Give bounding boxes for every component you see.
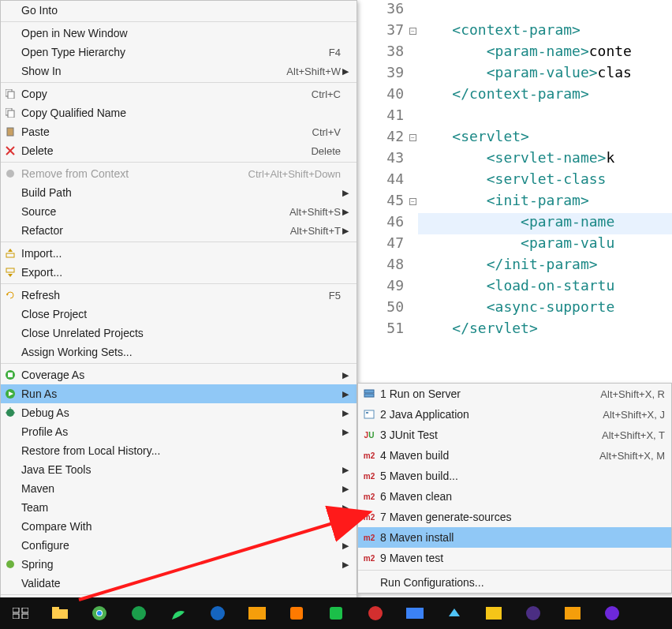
editor-line-36[interactable]: 36 xyxy=(363,0,672,21)
code-content[interactable]: <param-name>conte xyxy=(418,43,672,64)
menu-item-open-type-hierarchy[interactable]: Open Type HierarchyF4 xyxy=(1,43,357,62)
app-icon-1[interactable] xyxy=(123,601,155,626)
editor-line-46[interactable]: 46 <param-name xyxy=(363,213,672,234)
code-content[interactable] xyxy=(418,0,672,21)
menu-item-restore-from-local-history[interactable]: Restore from Local History... xyxy=(1,441,357,460)
menu-item-run-as[interactable]: Run As▶ xyxy=(1,384,357,403)
submenu-item-6-maven-clean[interactable]: m26 Maven clean xyxy=(358,486,671,507)
svg-point-21 xyxy=(6,560,14,568)
editor-line-41[interactable]: 41 xyxy=(363,107,672,128)
menu-item-java-ee-tools[interactable]: Java EE Tools▶ xyxy=(1,460,357,479)
menu-item-spring[interactable]: Spring▶ xyxy=(1,555,357,574)
app-icon-9[interactable] xyxy=(439,601,470,626)
menu-item-debug-as[interactable]: Debug As▶ xyxy=(1,403,357,422)
code-content[interactable]: </init-param> xyxy=(418,256,672,277)
submenu-item-7-maven-generate-sources[interactable]: m27 Maven generate-sources xyxy=(358,507,671,527)
menu-item-copy[interactable]: CopyCtrl+C xyxy=(1,84,357,103)
menu-item-coverage-as[interactable]: Coverage As▶ xyxy=(1,365,357,384)
editor-line-39[interactable]: 39 <param-value>clas xyxy=(363,64,672,85)
explorer-icon[interactable] xyxy=(44,601,76,626)
submenu-label: 8 Maven install xyxy=(380,531,665,544)
menu-item-close-unrelated-projects[interactable]: Close Unrelated Projects xyxy=(1,324,357,343)
code-content[interactable]: </context-param> xyxy=(418,85,672,107)
app-icon-3[interactable] xyxy=(202,601,233,626)
chrome-icon[interactable] xyxy=(84,601,115,626)
menu-item-paste[interactable]: PasteCtrl+V xyxy=(1,122,357,141)
submenu-item-1-run-on-server[interactable]: 1 Run on ServerAlt+Shift+X, R xyxy=(358,384,671,404)
code-content[interactable]: <init-param> xyxy=(418,192,672,213)
editor-line-44[interactable]: 44 <servlet-class xyxy=(363,170,672,192)
editor-line-43[interactable]: 43 <servlet-name>k xyxy=(363,149,672,170)
menu-item-team[interactable]: Team▶ xyxy=(1,498,357,517)
app-icon-2[interactable] xyxy=(162,601,194,626)
app-icon-13[interactable] xyxy=(596,601,628,626)
menu-item-show-in[interactable]: Show InAlt+Shift+W▶ xyxy=(1,62,357,80)
menu-item-go-into[interactable]: Go Into xyxy=(1,1,357,20)
app-icon-8[interactable] xyxy=(399,601,431,626)
editor-line-40[interactable]: 40 </context-param> xyxy=(363,85,672,107)
menu-item-copy-qualified-name[interactable]: Copy Qualified Name xyxy=(1,103,357,122)
code-content[interactable]: </servlet> xyxy=(418,320,672,341)
app-icon-5[interactable] xyxy=(281,601,312,626)
line-number: 51 xyxy=(363,320,418,341)
code-content[interactable]: <param-value>clas xyxy=(418,64,672,85)
menu-item-refactor[interactable]: RefactorAlt+Shift+T▶ xyxy=(1,221,357,240)
menu-item-maven[interactable]: Maven▶ xyxy=(1,479,357,498)
menu-item-validate[interactable]: Validate xyxy=(1,574,357,593)
code-content[interactable]: <servlet-class xyxy=(418,170,672,192)
code-content[interactable]: <load-on-startu xyxy=(418,277,672,298)
editor-line-49[interactable]: 49 <load-on-startu xyxy=(363,277,672,298)
editor-line-37[interactable]: 37− <context-param> xyxy=(363,21,672,43)
editor-line-42[interactable]: 42− <servlet> xyxy=(363,128,672,149)
menu-item-export[interactable]: Export... xyxy=(1,263,357,282)
app-icon-10[interactable] xyxy=(478,601,510,626)
editor-line-45[interactable]: 45− <init-param> xyxy=(363,192,672,213)
code-content[interactable]: <servlet> xyxy=(418,128,672,149)
submenu-item-3-junit-test[interactable]: JU3 JUnit TestAlt+Shift+X, T xyxy=(358,425,671,445)
submenu-item-run-configurations[interactable]: Run Configurations... xyxy=(358,572,671,593)
blank-icon xyxy=(4,27,17,39)
editor-line-48[interactable]: 48 </init-param> xyxy=(363,256,672,277)
submenu-item-8-maven-install[interactable]: m28 Maven install xyxy=(358,527,671,548)
submenu-item-5-maven-build[interactable]: m25 Maven build... xyxy=(358,466,671,486)
menu-shortcut: Ctrl+V xyxy=(312,126,341,138)
app-icon-6[interactable] xyxy=(320,601,352,626)
menu-item-close-project[interactable]: Close Project xyxy=(1,305,357,324)
menu-item-assign-working-sets[interactable]: Assign Working Sets... xyxy=(1,343,357,361)
submenu-item-2-java-application[interactable]: 2 Java ApplicationAlt+Shift+X, J xyxy=(358,404,671,425)
menu-item-configure[interactable]: Configure▶ xyxy=(1,536,357,555)
menu-item-delete[interactable]: DeleteDelete xyxy=(1,141,357,160)
editor-line-38[interactable]: 38 <param-name>conte xyxy=(363,43,672,64)
code-content[interactable]: <param-valu xyxy=(418,234,672,256)
menu-item-open-in-new-window[interactable]: Open in New Window xyxy=(1,24,357,43)
task-view-icon[interactable] xyxy=(5,601,36,626)
submenu-label: 2 Java Application xyxy=(380,408,603,421)
menu-item-refresh[interactable]: RefreshF5 xyxy=(1,286,357,305)
app-icon-11[interactable] xyxy=(517,601,549,626)
code-content[interactable]: <servlet-name>k xyxy=(418,149,672,170)
menu-item-compare-with[interactable]: Compare With▶ xyxy=(1,517,357,536)
code-content[interactable]: <param-name xyxy=(418,213,672,234)
fold-toggle-icon[interactable]: − xyxy=(409,198,416,205)
submenu-label: 5 Maven build... xyxy=(380,470,665,482)
submenu-item-9-maven-test[interactable]: m29 Maven test xyxy=(358,548,671,568)
editor-line-51[interactable]: 51 </servlet> xyxy=(363,320,672,341)
menu-item-import[interactable]: Import... xyxy=(1,244,357,263)
submenu-item-4-maven-build[interactable]: m24 Maven buildAlt+Shift+X, M xyxy=(358,445,671,466)
app-icon-4[interactable] xyxy=(241,601,273,626)
svg-rect-39 xyxy=(248,607,266,620)
menu-item-profile-as[interactable]: Profile As▶ xyxy=(1,422,357,441)
menu-label: Restore from Local History... xyxy=(21,444,341,457)
editor-line-47[interactable]: 47 <param-valu xyxy=(363,234,672,256)
app-icon-12[interactable] xyxy=(557,601,588,626)
editor-line-50[interactable]: 50 <async-supporte xyxy=(363,298,672,320)
menu-item-source[interactable]: SourceAlt+Shift+S▶ xyxy=(1,202,357,221)
code-content[interactable]: <context-param> xyxy=(418,21,672,43)
fold-toggle-icon[interactable]: − xyxy=(409,134,416,141)
svg-marker-12 xyxy=(6,294,9,296)
app-icon-7[interactable] xyxy=(360,601,391,626)
code-content[interactable] xyxy=(418,107,672,128)
code-content[interactable]: <async-supporte xyxy=(418,298,672,320)
menu-item-build-path[interactable]: Build Path▶ xyxy=(1,183,357,202)
fold-toggle-icon[interactable]: − xyxy=(409,28,416,35)
